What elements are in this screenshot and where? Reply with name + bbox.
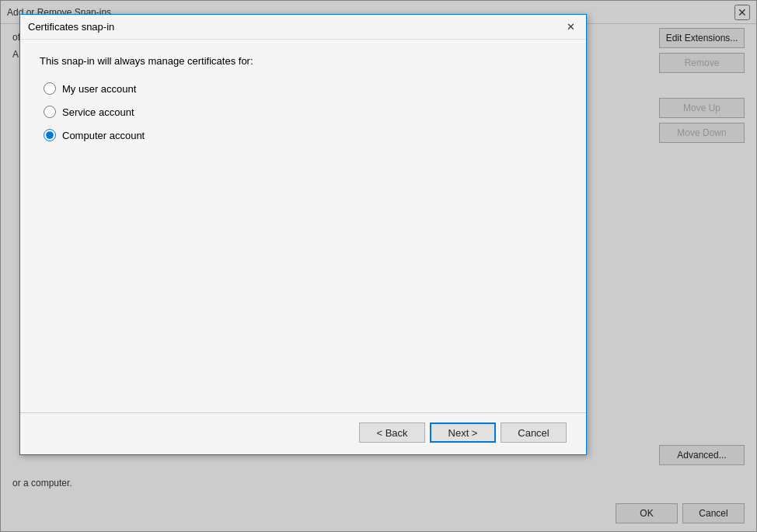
dialog-cancel-button[interactable]: Cancel bbox=[501, 422, 567, 443]
dialog-separator bbox=[20, 412, 586, 413]
radio-item-my-user-account[interactable]: My user account bbox=[44, 82, 567, 95]
dialog-titlebar: Certificates snap-in ✕ bbox=[20, 15, 586, 40]
radio-label-my-user-account: My user account bbox=[62, 83, 136, 95]
dialog-body: This snap-in will always manage certific… bbox=[20, 40, 586, 412]
radio-my-user-account[interactable] bbox=[44, 82, 56, 95]
dialog-close-button[interactable]: ✕ bbox=[563, 19, 578, 35]
next-button[interactable]: Next > bbox=[430, 422, 496, 443]
radio-computer-account[interactable] bbox=[44, 129, 56, 141]
radio-label-service-account: Service account bbox=[62, 106, 134, 118]
dialog-footer: < Back Next > Cancel bbox=[20, 422, 586, 454]
dialog-prompt: This snap-in will always manage certific… bbox=[40, 55, 567, 67]
radio-service-account[interactable] bbox=[44, 106, 56, 118]
dialog-title: Certificates snap-in bbox=[28, 21, 114, 33]
radio-item-computer-account[interactable]: Computer account bbox=[44, 129, 567, 141]
radio-label-computer-account: Computer account bbox=[62, 130, 145, 141]
radio-item-service-account[interactable]: Service account bbox=[44, 106, 567, 118]
back-button[interactable]: < Back bbox=[359, 422, 425, 443]
certificates-snapin-dialog: Certificates snap-in ✕ This snap-in will… bbox=[19, 14, 587, 455]
radio-group: My user account Service account Computer… bbox=[44, 82, 567, 141]
